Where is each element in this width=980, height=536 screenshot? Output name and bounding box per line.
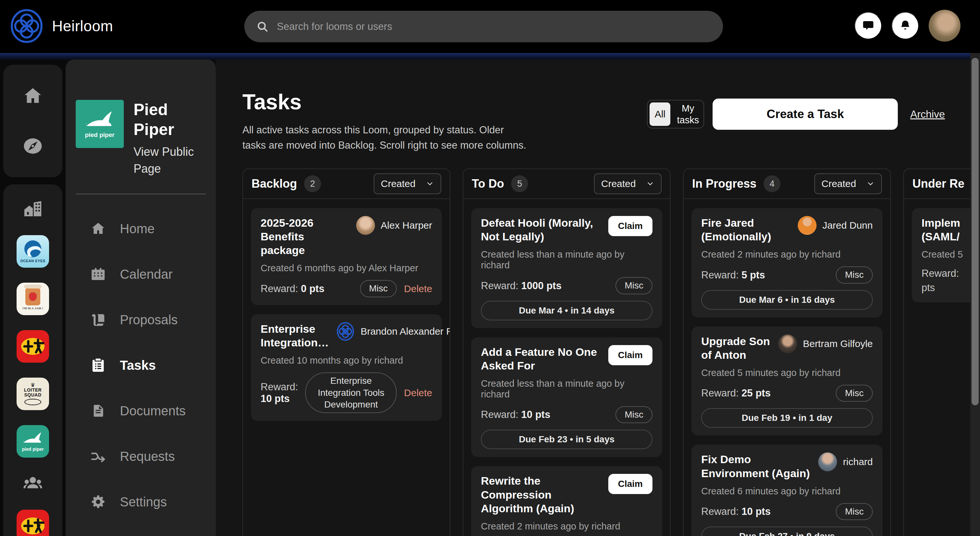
- gear-icon: [90, 494, 106, 510]
- search-bar[interactable]: [244, 11, 723, 42]
- organizations-icon[interactable]: [22, 198, 44, 220]
- task-title: Fix Demo Environment (Again): [701, 452, 811, 480]
- task-tag: Misc: [616, 406, 652, 423]
- user-avatar[interactable]: [929, 10, 961, 41]
- delete-button[interactable]: Delete: [404, 283, 432, 294]
- sort-dropdown[interactable]: Created: [594, 173, 662, 194]
- search-input[interactable]: [277, 21, 711, 32]
- task-meta: Created 6 months ago by Alex Harper: [261, 263, 432, 274]
- sidebar-item-label: Documents: [120, 404, 186, 418]
- task-card[interactable]: Rewrite the Compression Algorithm (Again…: [471, 466, 662, 536]
- task-meta: Created 10 months ago by richard: [261, 355, 432, 366]
- assignee-name: richard: [843, 456, 873, 467]
- sidebar-item-proposals[interactable]: Proposals: [76, 297, 206, 343]
- column-in-progress: In Progress 4 Created Fire Jared (Emotio…: [683, 169, 891, 536]
- kanban-board: Backlog 2 Created 2025-2026 Benefits pac…: [242, 169, 980, 536]
- task-card[interactable]: Defeat Hooli (Morally, Not Legally) Clai…: [471, 208, 662, 328]
- claim-button[interactable]: Claim: [608, 216, 652, 236]
- task-meta: Created 2 minutes ago by richard: [481, 521, 652, 532]
- brand[interactable]: Heirloom: [10, 9, 113, 43]
- workspace-label: pied piper: [22, 447, 44, 452]
- create-task-button[interactable]: Create a Task: [713, 99, 898, 130]
- column-todo: To Do 5 Created Defeat Hooli (Morally, N…: [463, 169, 671, 536]
- assignee-avatar: [798, 216, 816, 235]
- explore-compass-icon[interactable]: [22, 135, 44, 157]
- filter-all-option[interactable]: All: [649, 102, 670, 126]
- column-backlog: Backlog 2 Created 2025-2026 Benefits pac…: [242, 169, 450, 536]
- task-card[interactable]: Add a Feature No One Asked For Claim Cre…: [471, 337, 662, 457]
- assignee-name: Jared Dunn: [822, 220, 873, 231]
- sidebar-item-home[interactable]: Home: [76, 206, 206, 251]
- task-card[interactable]: Fire Jared (Emotionally) Jared Dunn Crea…: [692, 208, 883, 317]
- merge-arrow-icon: [90, 448, 106, 464]
- sidebar-item-label: Settings: [120, 495, 167, 509]
- assignee-name: Bertram Gilfoyle: [803, 338, 873, 349]
- task-tag: Misc: [360, 280, 397, 297]
- workspace-tile-loiter-squad[interactable]: ♛ LOITER SQUAD: [17, 378, 49, 410]
- vertical-scrollbar-thumb[interactable]: [972, 58, 979, 405]
- task-reward: Reward: 10 pts: [261, 381, 298, 405]
- messages-button[interactable]: [854, 12, 882, 39]
- sidebar-item-documents[interactable]: Documents: [76, 388, 206, 434]
- column-count-badge: 2: [304, 175, 321, 192]
- column-under-review: Under Re Implem (SAML/ Created 5 Reward:…: [903, 169, 980, 536]
- org-logo-label: pied piper: [85, 131, 115, 139]
- workspace-tile-kungfu-2[interactable]: [17, 510, 49, 536]
- sidebar-item-tasks[interactable]: Tasks: [76, 343, 206, 388]
- sidebar-item-settings[interactable]: Settings: [76, 479, 206, 525]
- task-title: Defeat Hooli (Morally, Not Legally): [481, 216, 601, 243]
- workspace-label: I'M IN A JAM !: [22, 307, 43, 310]
- view-public-page-link[interactable]: View Public Page: [134, 144, 206, 177]
- page-title: Tasks: [242, 89, 528, 114]
- org-name: Pied Piper: [134, 100, 206, 140]
- assignee-avatar-heirloom-logo-icon: [336, 322, 355, 341]
- assignee-avatar: [818, 452, 837, 471]
- task-card[interactable]: Enterprise Integration… Brandon Alexande…: [251, 314, 442, 421]
- assignee-avatar: [356, 216, 375, 235]
- task-card[interactable]: Upgrade Son of Anton Bertram Gilfoyle Cr…: [692, 327, 883, 436]
- home-icon[interactable]: [22, 85, 44, 107]
- sidebar-item-requests[interactable]: Requests: [76, 434, 206, 479]
- filter-my-tasks-option[interactable]: My tasks: [672, 102, 703, 126]
- page-description: All active tasks across this Loom, group…: [242, 123, 528, 153]
- delete-button[interactable]: Delete: [404, 388, 432, 399]
- sidebar-item-calendar[interactable]: Calendar: [76, 251, 206, 297]
- task-card[interactable]: 2025-2026 Benefits package Alex Harper C…: [251, 208, 442, 305]
- sort-value: Created: [601, 178, 636, 189]
- task-card[interactable]: Implem (SAML/ Created 5 Reward: pts: [912, 208, 980, 303]
- workspace-tile-ocean-eyes[interactable]: OCEAN EYES: [17, 235, 49, 268]
- task-tag: Misc: [616, 277, 652, 294]
- archive-link[interactable]: Archive: [910, 108, 945, 120]
- sort-dropdown[interactable]: Created: [814, 173, 882, 194]
- notifications-button[interactable]: [892, 12, 919, 39]
- task-title: 2025-2026 Benefits package: [261, 216, 349, 257]
- people-group-icon[interactable]: [22, 472, 44, 495]
- workspace-rail: OCEAN EYES I'M IN A JAM ! ♛ LOITER SQ: [0, 59, 66, 536]
- workspace-tile-jam[interactable]: I'M IN A JAM !: [17, 282, 49, 315]
- home-icon: [90, 220, 106, 237]
- workspace-tile-kungfu[interactable]: [17, 330, 49, 363]
- chevron-down-icon: [426, 180, 434, 188]
- jam-jar-icon: [25, 288, 40, 305]
- heirloom-logo-icon: [10, 9, 43, 43]
- due-date-pill: Due Feb 23 • in 5 days: [481, 430, 652, 449]
- kungfu-logo-icon: [17, 510, 49, 536]
- scroll-icon: [90, 311, 106, 328]
- chat-icon: [861, 19, 875, 32]
- sidebar-item-label: Proposals: [120, 313, 178, 327]
- task-card[interactable]: Fix Demo Environment (Again) richard Cre…: [692, 445, 883, 536]
- pied-piper-hat-icon: [83, 109, 117, 131]
- workspace-tile-pied-piper[interactable]: pied piper: [17, 425, 49, 458]
- column-count-badge: 4: [764, 175, 781, 192]
- bell-icon: [899, 19, 912, 32]
- claim-button[interactable]: Claim: [608, 474, 652, 494]
- column-count-badge: 5: [511, 175, 528, 192]
- claim-button[interactable]: Claim: [608, 345, 652, 365]
- assignee-name: Brandon Alexander Reid: [361, 326, 450, 337]
- sort-dropdown[interactable]: Created: [374, 173, 441, 194]
- task-meta: Created less than a minute ago by richar…: [481, 249, 652, 271]
- assignee-name: Alex Harper: [381, 220, 432, 231]
- accent-strip: [0, 53, 980, 59]
- column-title: Under Re: [912, 177, 964, 191]
- scribble-icon: [24, 399, 41, 405]
